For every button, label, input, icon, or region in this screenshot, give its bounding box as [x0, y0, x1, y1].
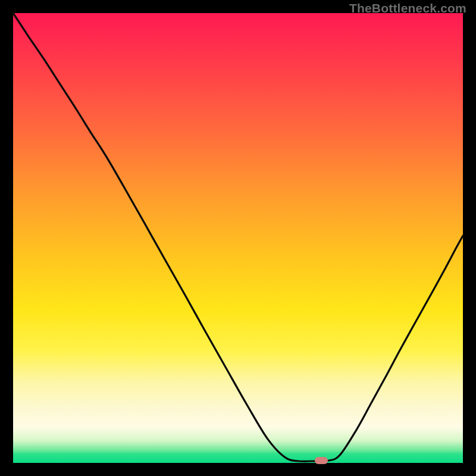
- minimum-marker: [315, 457, 328, 464]
- chart-plot-area: [13, 13, 463, 463]
- bottleneck-curve: [13, 13, 463, 463]
- chart-frame: TheBottleneck.com: [0, 0, 476, 476]
